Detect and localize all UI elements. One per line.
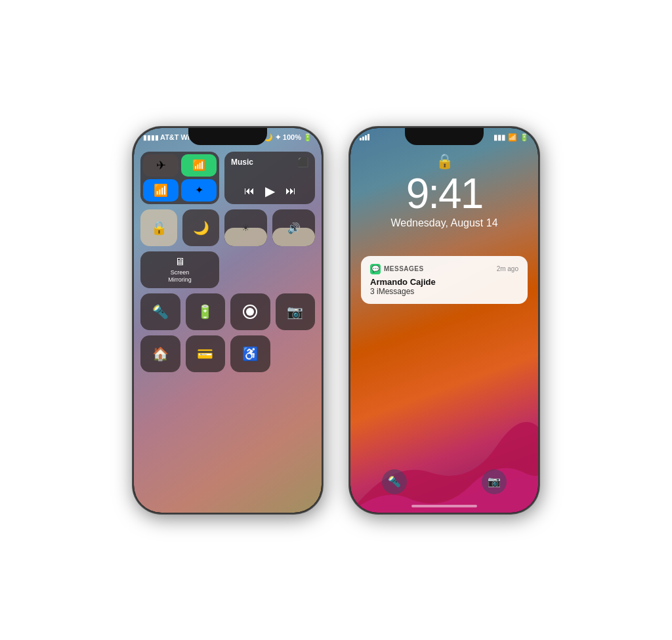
bar3	[365, 135, 367, 140]
lock-content: 🔒 9:41 Wednesday, August 14	[350, 153, 538, 229]
lock-icon: 🔒	[436, 153, 453, 170]
battery-button[interactable]: 🔋	[186, 293, 226, 330]
music-header: Music ⬛	[231, 157, 308, 167]
play-button[interactable]: ▶	[265, 183, 275, 199]
status-right: 🌙 ✦ 100% 🔋	[264, 133, 312, 142]
notif-app: 💬 MESSAGES	[370, 264, 424, 274]
battery-label: 100%	[283, 133, 301, 141]
ls-status-icons: ▮▮▮ 📶 🔋	[494, 133, 529, 142]
cellular-button[interactable]: 📶	[181, 154, 217, 177]
notch-2	[405, 128, 484, 145]
bar1	[360, 138, 362, 140]
next-button[interactable]: ⏭	[285, 185, 296, 197]
screen-mirror-icon: 🖥	[175, 256, 185, 268]
music-title: Music	[231, 158, 253, 167]
notch-1	[188, 128, 267, 145]
home-indicator-2[interactable]	[411, 505, 477, 507]
wifi-icon-cc: 📶	[154, 183, 168, 198]
brightness-slider[interactable]: ☀	[224, 209, 267, 246]
battery-icon: 🔋	[303, 133, 312, 142]
music-controls: ⏮ ▶ ⏭	[231, 183, 308, 199]
prev-button[interactable]: ⏮	[244, 185, 255, 197]
flashlight-button[interactable]: 🔦	[140, 293, 180, 330]
ls-flashlight-icon: 🔦	[388, 475, 401, 488]
lock-date: Wednesday, August 14	[390, 217, 497, 229]
control-center: ✈ 📶 📶 ✦ Music ⬛	[140, 152, 315, 506]
phone-1: ▮▮▮▮ AT&T Wi-Fi 📶 🌙 ✦ 100% 🔋 ✈	[133, 127, 323, 514]
volume-icon: 🔊	[287, 221, 301, 234]
record-icon	[243, 305, 257, 319]
music-block[interactable]: Music ⬛ ⏮ ▶ ⏭	[224, 152, 315, 204]
ls-signal-icon: ▮▮▮	[494, 133, 505, 142]
cc-row-2: 🔒 🌙 ☀ 🔊	[140, 209, 315, 246]
cc-row-3: 🖥 ScreenMirroring	[140, 251, 315, 288]
home-button[interactable]: 🏠	[140, 335, 180, 372]
ls-camera-icon: 📷	[488, 475, 501, 488]
ls-camera-button[interactable]: 📷	[482, 469, 507, 494]
connectivity-block[interactable]: ✈ 📶 📶 ✦	[140, 152, 219, 204]
screen-mirroring-button[interactable]: 🖥 ScreenMirroring	[140, 251, 219, 288]
signal-bars	[360, 134, 369, 140]
cc-row-4: 🔦 🔋 📷	[140, 293, 315, 330]
bluetooth-icon: ✦	[195, 184, 203, 196]
flashlight-icon: 🔦	[152, 304, 169, 320]
bar2	[362, 137, 364, 140]
brightness-icon: ☀	[242, 223, 250, 233]
messages-icon: 💬	[371, 265, 379, 272]
orientation-icon: 🔒	[151, 220, 167, 236]
wallet-button[interactable]: 💳	[186, 335, 226, 372]
home-icon: 🏠	[152, 346, 169, 362]
notif-app-name: MESSAGES	[384, 265, 424, 272]
accessibility-icon: ♿	[242, 346, 259, 362]
notif-message: 3 iMessages	[370, 287, 518, 296]
wallet-icon: 💳	[197, 346, 213, 362]
bluetooth-label: ✦	[275, 133, 281, 142]
camera-icon: 📷	[287, 304, 303, 320]
wifi-button[interactable]: 📶	[143, 179, 178, 202]
volume-slider[interactable]: 🔊	[272, 209, 315, 246]
ls-bottom-dock: 🔦 📷	[350, 469, 538, 494]
bluetooth-button[interactable]: ✦	[181, 179, 217, 202]
dnd-icon: 🌙	[193, 220, 209, 236]
phone-2: ▮▮▮ 📶 🔋 🔒 9:41 Wednesday, August 14 💬 ME…	[349, 127, 539, 514]
phone-2-screen: ▮▮▮ 📶 🔋 🔒 9:41 Wednesday, August 14 💬 ME…	[350, 128, 538, 513]
ls-battery-icon: 🔋	[520, 133, 529, 142]
cellular-icon: 📶	[192, 159, 205, 171]
messages-app-icon: 💬	[370, 264, 381, 274]
orientation-lock-button[interactable]: 🔒	[140, 209, 177, 246]
cc-row-1: ✈ 📶 📶 ✦ Music ⬛	[140, 152, 315, 204]
cc-row-5: 🏠 💳 ♿	[140, 335, 315, 372]
notif-header: 💬 MESSAGES 2m ago	[370, 264, 518, 274]
accessibility-button[interactable]: ♿	[230, 335, 270, 372]
screen-record-button[interactable]	[230, 293, 270, 330]
ls-wifi-icon: 📶	[508, 133, 517, 142]
ls-flashlight-button[interactable]: 🔦	[382, 469, 407, 494]
battery-icon-cc: 🔋	[197, 304, 213, 320]
screen-mirror-label: ScreenMirroring	[168, 269, 192, 284]
camera-button[interactable]: 📷	[276, 293, 316, 330]
lock-time: 9:41	[406, 173, 483, 215]
airplane-mode-button[interactable]: ✈	[143, 154, 178, 177]
signal-icon: ▮▮▮▮	[143, 134, 159, 141]
airplay-icon[interactable]: ⬛	[297, 157, 308, 167]
airplane-icon: ✈	[156, 158, 166, 173]
phone-1-screen: ▮▮▮▮ AT&T Wi-Fi 📶 🌙 ✦ 100% 🔋 ✈	[134, 128, 322, 513]
notif-sender: Armando Cajide	[370, 277, 518, 287]
bar4	[368, 134, 369, 140]
notification-card[interactable]: 💬 MESSAGES 2m ago Armando Cajide 3 iMess…	[361, 256, 528, 304]
notif-time: 2m ago	[497, 265, 518, 272]
do-not-disturb-button[interactable]: 🌙	[182, 209, 219, 246]
